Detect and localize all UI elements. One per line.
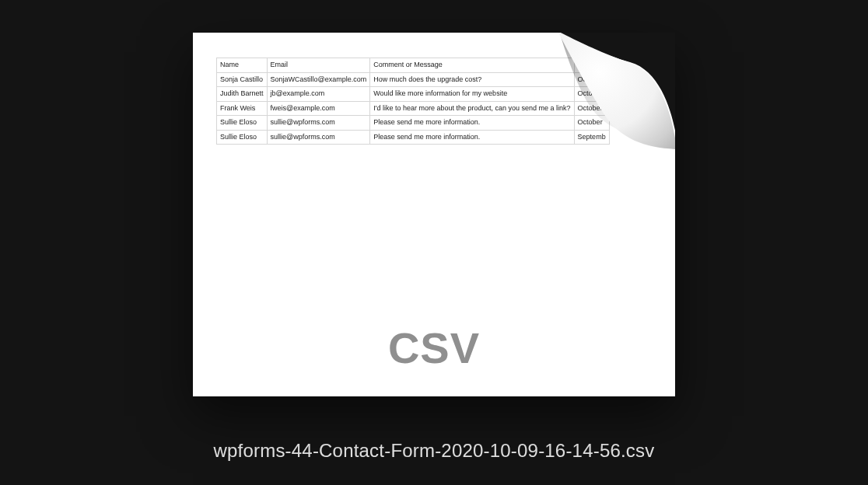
table-row: Sullie Eloso sullie@wpforms.com Please s… xyxy=(217,130,610,145)
cell-entry: October xyxy=(574,101,609,116)
cell-name: Judith Barnett xyxy=(217,87,268,102)
table-header-row: Name Email Comment or Message Entry xyxy=(217,58,610,73)
cell-comment: How much does the upgrade cost? xyxy=(370,72,574,87)
cell-comment: I'd like to hear more about the product,… xyxy=(370,101,574,116)
col-header-comment: Comment or Message xyxy=(370,58,574,73)
cell-name: Sonja Castillo xyxy=(217,72,268,87)
table-row: Judith Barnett jb@example.com Would like… xyxy=(217,87,610,102)
cell-entry: October xyxy=(574,87,609,102)
table-row: Frank Weis fweis@example.com I'd like to… xyxy=(217,101,610,116)
cell-name: Sullie Eloso xyxy=(217,130,268,145)
cell-comment: Please send me more information. xyxy=(370,116,574,131)
col-header-name: Name xyxy=(217,58,268,73)
document-preview: Name Email Comment or Message Entry Sonj… xyxy=(193,33,675,396)
cell-email: sullie@wpforms.com xyxy=(267,130,370,145)
table-row: Sonja Castillo SonjaWCastillo@example.co… xyxy=(217,72,610,87)
cell-entry: October xyxy=(574,116,609,131)
cell-email: jb@example.com xyxy=(267,87,370,102)
file-type-badge: CSV xyxy=(388,323,480,373)
csv-table: Name Email Comment or Message Entry Sonj… xyxy=(216,58,610,145)
cell-comment: Would like more information for my websi… xyxy=(370,87,574,102)
table-row: Sullie Eloso sullie@wpforms.com Please s… xyxy=(217,116,610,131)
cell-entry: October xyxy=(574,72,609,87)
cell-email: fweis@example.com xyxy=(267,101,370,116)
filename-label: wpforms-44-Contact-Form-2020-10-09-16-14… xyxy=(214,440,655,462)
col-header-entry: Entry xyxy=(574,58,609,73)
csv-table-wrapper: Name Email Comment or Message Entry Sonj… xyxy=(216,58,652,145)
cell-name: Sullie Eloso xyxy=(217,116,268,131)
cell-name: Frank Weis xyxy=(217,101,268,116)
cell-email: sullie@wpforms.com xyxy=(267,116,370,131)
col-header-email: Email xyxy=(267,58,370,73)
cell-entry: Septemb xyxy=(574,130,609,145)
cell-email: SonjaWCastillo@example.com xyxy=(267,72,370,87)
cell-comment: Please send me more information. xyxy=(370,130,574,145)
